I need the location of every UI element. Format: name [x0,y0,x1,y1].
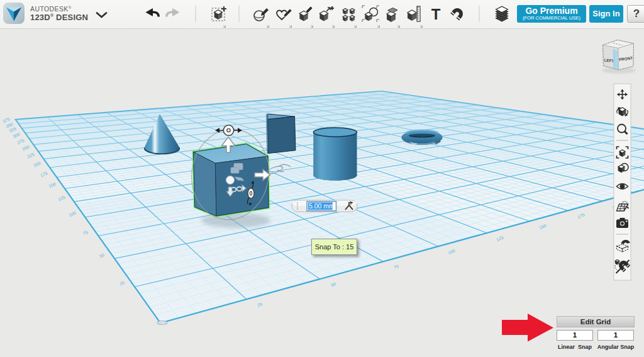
svg-text:100: 100 [68,210,76,217]
svg-text:275: 275 [16,138,25,145]
svg-text:250: 250 [21,144,30,151]
svg-text:150: 150 [48,181,56,188]
svg-text:125: 125 [496,235,504,242]
svg-text:75: 75 [82,230,89,236]
svg-text:5.00 mm: 5.00 mm [309,202,335,210]
svg-text:225: 225 [26,152,35,159]
svg-text:25: 25 [257,302,263,308]
svg-text:75: 75 [393,264,399,270]
svg-text:175: 175 [40,171,48,178]
svg-text:100: 100 [447,248,455,255]
svg-text:125: 125 [57,195,65,201]
svg-text:175: 175 [577,212,585,219]
svg-text:T: T [431,6,441,23]
svg-text:50: 50 [99,252,105,259]
svg-text:200: 200 [33,161,41,167]
svg-text:25: 25 [119,280,125,286]
svg-text:50: 50 [330,281,336,288]
svg-text:150: 150 [538,223,547,230]
svg-text:300: 300 [12,132,20,139]
